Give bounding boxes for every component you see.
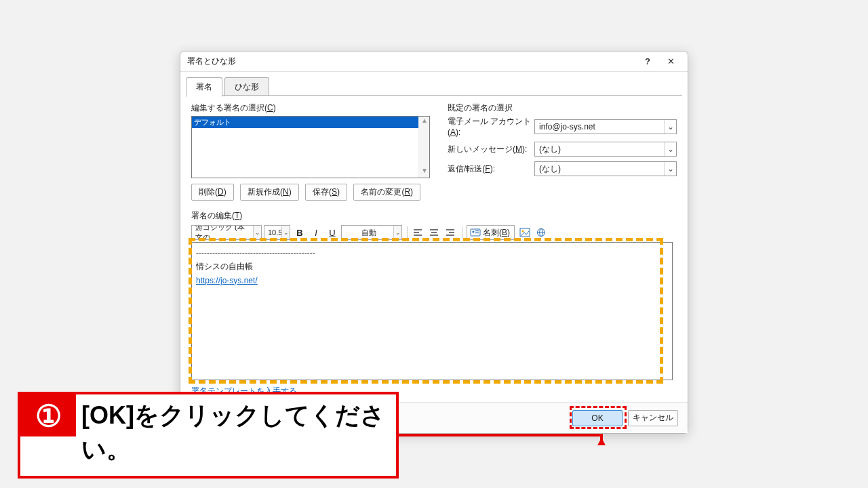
tab-signature[interactable]: 署名 — [186, 77, 222, 97]
annotation-text: [OK]をクリックしてください。 — [76, 394, 396, 476]
annotation-number: ① — [20, 394, 76, 436]
annotation: ① [OK]をクリックしてください。 — [18, 392, 399, 479]
svg-marker-18 — [597, 438, 606, 445]
